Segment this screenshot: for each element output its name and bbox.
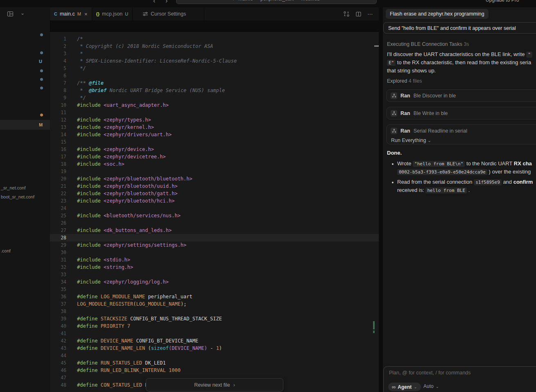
code-line-16[interactable]: 16#include <zephyr/device.h> (50, 146, 379, 153)
code-line-43[interactable]: 43#define DEVICE_NAME_LEN (sizeof(DEVICE… (50, 345, 379, 352)
code-line-1[interactable]: 1/* (50, 35, 379, 43)
code-line-27[interactable]: 27#include <dk_buttons_and_leds.h> (50, 227, 379, 234)
explorer-file-label[interactable]: _sr_net.conf (1, 185, 26, 190)
code-line-14[interactable]: 14#include <zephyr/drivers/uart.h> (50, 131, 379, 138)
code-line-40[interactable]: 40#define PRIORITY 7 (50, 322, 379, 330)
code-line-2[interactable]: 2 * Copyright (c) 2018 Nordic Semiconduc… (50, 43, 379, 50)
run-everything-button[interactable]: Run Everything ⌄ (387, 137, 536, 146)
code-line-35[interactable]: 35 (50, 286, 379, 293)
git-change-dot (40, 87, 43, 90)
code-line-36[interactable]: 36#define LOG_MODULE_NAME peripheral_uar… (50, 293, 379, 300)
code-line-37[interactable]: 37LOG_MODULE_REGISTER(LOG_MODULE_NAME); (50, 300, 379, 308)
upgrade-to-pro-button[interactable]: Upgrade to Pro (486, 0, 519, 3)
bullet-icon (392, 182, 394, 183)
code-line-42[interactable]: 42#define DEVICE_NAME CONFIG_BT_DEVICE_N… (50, 337, 379, 345)
code-line-46[interactable]: 46#define RUN_LED_BLINK_INTERVAL 1000 (50, 367, 379, 374)
tab-mcp-json[interactable]: {} mcp.json U (92, 7, 133, 20)
user-message-1[interactable]: Flash erase and zephyr.hex programming (386, 9, 489, 19)
git-change-dot (40, 70, 43, 72)
agent-mode-picker[interactable]: ∞ Agent ⌄ (388, 383, 421, 391)
split-editor-icon[interactable] (355, 11, 362, 17)
explored-files[interactable]: Explored 4 files (387, 78, 422, 84)
code-line-25[interactable]: 25#include <bluetooth/services/nus.h> (50, 212, 379, 219)
tool-call-serial-readline[interactable]: Ran Serial Readline in serial Run Everyt… (387, 124, 536, 144)
done-bullet-1-line-2: 0002-b5a3-f393-e0a9-e50e24dcca9e ) over … (397, 169, 531, 175)
nav-back-icon[interactable]: ‹ (153, 0, 155, 4)
code-line-15[interactable]: 15 (50, 138, 379, 146)
code-line-6[interactable]: 6 (50, 72, 379, 79)
code-line-29[interactable]: 29#include <zephyr/settings/settings.h> (50, 241, 379, 249)
line-number: 24 (50, 205, 66, 212)
open-changes-icon[interactable] (343, 11, 350, 17)
code-line-7[interactable]: 7/** @file (50, 79, 379, 87)
explorer-file-label[interactable]: boot_sr_net.conf (1, 194, 34, 199)
line-number: 11 (50, 109, 66, 116)
line-number: 39 (50, 315, 66, 322)
code-line-23[interactable]: 23#include <zephyr/bluetooth/hci.h> (50, 197, 379, 205)
model-picker[interactable]: Auto ⌄ (423, 383, 439, 389)
code-line-39[interactable]: 39#define STACKSIZE CONFIG_BT_NUS_THREAD… (50, 315, 379, 322)
overview-ruler-added-mark (373, 331, 375, 333)
agent-text-line-1: I'll discover the UART characteristics o… (387, 51, 532, 57)
code-line-30[interactable]: 30 (50, 249, 379, 256)
code-line-45[interactable]: 45#define RUN_STATUS_LED DK_LED1 (50, 359, 379, 367)
close-icon[interactable]: × (84, 11, 88, 17)
code-line-41[interactable]: 41 (50, 330, 379, 337)
line-number: 12 (50, 116, 66, 124)
chat-input-box[interactable]: Plan, @ for context, / for commands ∞ Ag… (383, 366, 536, 392)
code-line-3[interactable]: 3 * (50, 50, 379, 57)
panel-divider[interactable] (379, 0, 383, 392)
explorer-file-label[interactable]: .conf (1, 248, 11, 253)
line-number: 45 (50, 359, 66, 367)
user-message-2[interactable]: Send "hello from BLE" and confirm it app… (383, 22, 536, 34)
code-line-11[interactable]: 11 (50, 109, 379, 116)
line-content: #define LOG_MODULE_NAME peripheral_uart (77, 294, 192, 300)
tab-main-c[interactable]: C main.c M × (50, 7, 92, 20)
layout-grid-icon[interactable] (7, 11, 14, 17)
review-next-file-button[interactable]: Review next file › (146, 378, 283, 392)
code-line-28[interactable]: 28 (50, 234, 379, 241)
chevron-down-icon[interactable]: ⌄ (20, 10, 25, 16)
line-number: 44 (50, 352, 66, 359)
line-number: 48 (50, 381, 66, 389)
code-line-13[interactable]: 13#include <zephyr/kernel.h> (50, 124, 379, 131)
tab-cursor-settings[interactable]: Cursor Settings (133, 7, 204, 20)
line-content: #define RUN_STATUS_LED DK_LED1 (77, 360, 166, 366)
code-line-31[interactable]: 31#include <stdio.h> (50, 256, 379, 264)
code-line-33[interactable]: 33 (50, 271, 379, 278)
code-line-32[interactable]: 32#include <string.h> (50, 264, 379, 271)
line-content: #include <bluetooth/services/nus.h> (77, 213, 181, 219)
code-line-17[interactable]: 17#include <zephyr/devicetree.h> (50, 153, 379, 160)
more-actions-icon[interactable]: ⋯ (367, 11, 373, 17)
code-line-10[interactable]: 10#include <uart_async_adapter.h> (50, 101, 379, 109)
line-content: #include <zephyr/kernel.h> (77, 124, 154, 130)
line-content: /* (77, 36, 83, 42)
command-center-search[interactable]: ⌕ main.c — peripheral_uart — Modified (176, 0, 377, 4)
code-line-12[interactable]: 12#include <zephyr/types.h> (50, 116, 379, 124)
code-line-26[interactable]: 26 (50, 219, 379, 227)
code-line-20[interactable]: 20#include <zephyr/bluetooth/bluetooth.h… (50, 175, 379, 182)
scrollbar-handle[interactable] (374, 45, 379, 47)
code-editor[interactable]: 1/*2 * Copyright (c) 2018 Nordic Semicon… (50, 32, 379, 392)
nav-forward-icon[interactable]: › (165, 0, 167, 4)
line-number: 34 (50, 278, 66, 286)
code-line-21[interactable]: 21#include <zephyr/bluetooth/uuid.h> (50, 182, 379, 190)
code-line-8[interactable]: 8 * @brief Nordic UART Bridge Service (N… (50, 87, 379, 94)
code-line-19[interactable]: 19 (50, 168, 379, 175)
tool-call-ble-discover[interactable]: Ran Ble Discover in ble (387, 89, 536, 102)
code-line-9[interactable]: 9 */ (50, 94, 379, 101)
code-line-4[interactable]: 4 * SPDX-License-Identifier: LicenseRef-… (50, 57, 379, 65)
code-line-38[interactable]: 38 (50, 308, 379, 315)
line-number: 47 (50, 374, 66, 381)
code-line-34[interactable]: 34#include <zephyr/logging/log.h> (50, 278, 379, 286)
code-line-44[interactable]: 44 (50, 352, 379, 359)
line-number: 41 (50, 330, 66, 337)
tool-call-ble-write[interactable]: Ran Ble Write in ble (387, 107, 536, 119)
line-number: 15 (50, 138, 66, 146)
agent-text: I'll discover the UART characteristics o… (387, 51, 526, 57)
code-line-22[interactable]: 22#include <zephyr/bluetooth/gatt.h> (50, 190, 379, 197)
line-number: 36 (50, 293, 66, 300)
code-line-5[interactable]: 5 */ (50, 65, 379, 72)
code-line-24[interactable]: 24 (50, 205, 379, 212)
code-line-18[interactable]: 18#include <soc.h> (50, 160, 379, 168)
